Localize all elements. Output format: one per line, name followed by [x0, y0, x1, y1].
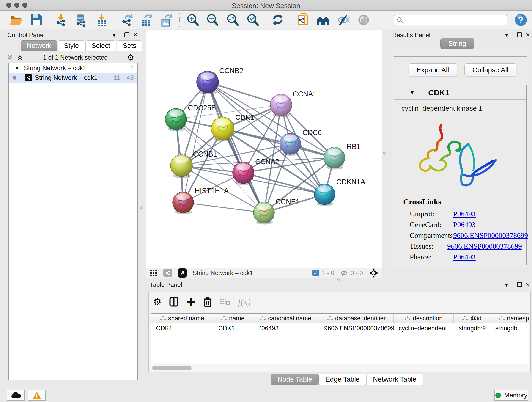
network-edge[interactable]	[183, 202, 264, 213]
crosslink-link[interactable]: 9606.ENSP00000378699	[453, 231, 528, 240]
column-header-description[interactable]: description	[394, 314, 454, 323]
tab-string[interactable]: String	[440, 38, 474, 49]
birdseye-grid-icon[interactable]	[150, 269, 157, 277]
column-header-namespace[interactable]: namespace	[490, 314, 529, 323]
crosslink-link[interactable]: P06493	[453, 253, 476, 261]
delete-column-icon[interactable]	[203, 297, 212, 307]
apply-layout-button[interactable]	[270, 13, 285, 27]
column-header-at-id[interactable]: @id	[454, 314, 490, 323]
help-button[interactable]: ?	[513, 13, 528, 27]
network-node-cdc25b[interactable]	[165, 108, 187, 131]
network-node-cdc6[interactable]	[280, 133, 301, 156]
tab-network-table[interactable]: Network Table	[366, 374, 423, 385]
network-options-gear-icon[interactable]: ⚙	[127, 53, 134, 62]
export-table-button[interactable]	[139, 13, 154, 27]
import-network-from-database-button[interactable]	[73, 13, 89, 27]
network-edge[interactable]	[183, 82, 208, 202]
warnings-button[interactable]	[28, 390, 46, 401]
gene-header[interactable]: ▼ CDK1	[394, 85, 526, 100]
column-header-database-identifier[interactable]: database identifier	[319, 314, 394, 323]
collapse-all-button[interactable]: Collapse All	[464, 64, 516, 76]
search-input[interactable]	[403, 17, 502, 24]
tab-edge-table[interactable]: Edge Table	[319, 374, 366, 385]
import-network-from-file-button[interactable]	[53, 13, 68, 27]
zoom-selected-button[interactable]	[245, 13, 260, 27]
open-in-window-icon[interactable]	[178, 268, 187, 278]
column-header-name[interactable]: name	[213, 314, 252, 323]
network-node-hist1h1a[interactable]	[172, 192, 194, 214]
table-cell[interactable]: CDK1	[151, 323, 213, 333]
cloud-status-button[interactable]	[7, 390, 25, 401]
tab-style[interactable]: Style	[58, 40, 85, 51]
zoom-out-button[interactable]	[205, 13, 220, 27]
network-node-ccna1[interactable]	[270, 94, 292, 117]
network-canvas[interactable]: CCNB2CCNA1CDC25BCDK1CDC6RB1CCNB1CCNA2CDK…	[146, 30, 382, 268]
table-cell[interactable]: 9606.ENSP00000378699	[319, 323, 394, 333]
crosslink-link[interactable]: 9606.ENSP00000378699	[447, 242, 522, 250]
tab-node-table[interactable]: Node Table	[271, 374, 319, 385]
function-builder-icon[interactable]: f(x)	[238, 297, 251, 307]
network-collection-row[interactable]: ▼ String Network – cdk1 1	[9, 63, 138, 73]
expand-all-icon[interactable]	[16, 54, 24, 61]
add-column-icon[interactable]	[186, 297, 196, 306]
column-header-canonical-name[interactable]: canonical name	[252, 314, 319, 323]
selected-checkbox-icon[interactable]: ✓	[312, 269, 319, 276]
split-columns-icon[interactable]	[169, 297, 178, 307]
table-horizontal-scrollbar[interactable]	[151, 365, 529, 371]
collapse-panel-icon[interactable]: ▾	[505, 32, 508, 38]
gene-expand-icon[interactable]: ▼	[409, 89, 415, 96]
string-panel-toggle-icon[interactable]	[163, 269, 172, 277]
splitter-handle[interactable]	[383, 152, 386, 155]
import-table-from-file-button[interactable]	[94, 13, 109, 27]
network-node-ccne1[interactable]	[253, 202, 274, 225]
delete-table-icon[interactable]	[220, 298, 230, 306]
network-node-cdkn1a[interactable]	[314, 184, 335, 206]
float-panel-icon[interactable]	[517, 282, 522, 287]
hide-selection-button[interactable]	[336, 13, 351, 27]
collapse-panel-icon[interactable]: ▾	[113, 32, 116, 38]
crosslink-link[interactable]: P06493	[453, 220, 476, 229]
table-cell[interactable]: stringdb	[490, 323, 529, 333]
collapse-panel-icon[interactable]: ▾	[505, 282, 508, 288]
tab-network[interactable]: Network	[21, 40, 57, 51]
table-cell[interactable]: stringdb:9...	[454, 323, 490, 333]
network-row[interactable]: String Network – cdk1 11 48	[9, 73, 138, 83]
table-cell[interactable]: CDK1	[213, 323, 252, 333]
collection-expand-icon[interactable]: ▼	[15, 65, 20, 71]
collapse-all-icon[interactable]	[6, 54, 14, 61]
export-network-button[interactable]	[120, 13, 135, 27]
network-edge[interactable]	[208, 82, 281, 105]
close-panel-icon[interactable]: ✕	[133, 32, 138, 38]
splitter-handle[interactable]	[140, 206, 143, 209]
network-node-ccnb1[interactable]	[171, 155, 192, 178]
network-node-ccna2[interactable]	[233, 162, 254, 185]
show-all-button[interactable]	[356, 13, 371, 27]
crosslink-link[interactable]: P06493	[453, 210, 476, 218]
zoom-fit-button[interactable]	[225, 13, 240, 27]
scrollbar-thumb[interactable]	[152, 366, 191, 370]
table-cell[interactable]: cyclin–dependent ...	[394, 323, 454, 333]
save-session-button[interactable]	[29, 13, 44, 27]
column-header-shared-name[interactable]: shared name	[151, 314, 213, 323]
network-node-rb1[interactable]	[324, 147, 345, 170]
new-network-from-selection-button[interactable]	[296, 13, 311, 27]
tab-sets[interactable]: Sets	[117, 40, 142, 51]
table-cell[interactable]: P06493	[252, 323, 319, 333]
float-panel-icon[interactable]	[517, 32, 522, 37]
tab-select[interactable]: Select	[85, 40, 116, 51]
memory-button[interactable]: Memory	[494, 390, 528, 401]
zoom-in-button[interactable]	[185, 13, 200, 27]
export-image-button[interactable]	[159, 13, 174, 27]
first-neighbors-button[interactable]	[316, 13, 331, 27]
float-panel-icon[interactable]	[124, 32, 129, 37]
close-panel-icon[interactable]: ✕	[525, 32, 530, 38]
open-session-button[interactable]	[9, 13, 24, 27]
close-panel-icon[interactable]: ✕	[525, 282, 530, 288]
splitter-handle[interactable]	[337, 278, 341, 281]
network-node-cdk1[interactable]	[211, 117, 234, 141]
node-table[interactable]: shared namenamecanonical namedatabase id…	[151, 313, 529, 364]
pan-crosshair-icon[interactable]	[369, 268, 379, 278]
table-settings-gear-icon[interactable]: ⚙	[153, 297, 162, 307]
expand-all-button[interactable]: Expand All	[409, 64, 457, 76]
table-row[interactable]: CDK1CDK1P064939606.ENSP00000378699cyclin…	[151, 323, 529, 333]
